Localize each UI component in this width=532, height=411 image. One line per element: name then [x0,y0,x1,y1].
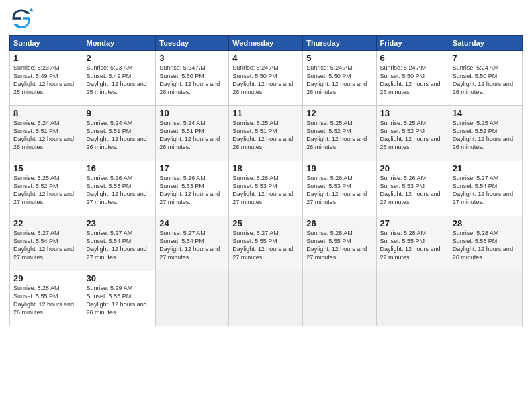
day-number: 6 [380,53,445,63]
header-sunday: Sunday [10,36,83,51]
day-info: Sunrise: 5:28 AM Sunset: 5:55 PM Dayligh… [13,284,79,317]
day-number: 1 [13,53,79,63]
day-info: Sunrise: 5:27 AM Sunset: 5:54 PM Dayligh… [87,229,152,262]
sunrise-text: Sunrise: 5:25 AM [380,120,427,126]
sunset-text: Sunset: 5:55 PM [232,238,277,244]
day-number: 16 [87,163,152,173]
day-info: Sunrise: 5:23 AM Sunset: 5:49 PM Dayligh… [13,64,79,97]
day-number: 13 [380,108,445,118]
daylight-text: Daylight: 12 hours and 27 minutes. [159,246,220,261]
day-cell: 5 Sunrise: 5:24 AM Sunset: 5:50 PM Dayli… [303,51,376,106]
day-cell: 7 Sunrise: 5:24 AM Sunset: 5:50 PM Dayli… [449,51,522,106]
header [9,7,523,31]
day-cell [156,271,229,326]
day-cell: 14 Sunrise: 5:25 AM Sunset: 5:52 PM Dayl… [449,106,522,161]
day-number: 22 [13,218,79,228]
header-tuesday: Tuesday [156,36,229,51]
daylight-text: Daylight: 12 hours and 26 minutes. [453,246,513,261]
svg-marker-0 [29,8,34,11]
daylight-text: Daylight: 12 hours and 27 minutes. [13,191,74,205]
sunrise-text: Sunrise: 5:24 AM [159,64,206,71]
daylight-text: Daylight: 12 hours and 26 minutes. [13,301,74,316]
day-number: 26 [306,218,372,228]
sunrise-text: Sunrise: 5:25 AM [13,175,60,181]
day-info: Sunrise: 5:24 AM Sunset: 5:50 PM Dayligh… [232,64,299,97]
day-info: Sunrise: 5:27 AM Sunset: 5:54 PM Dayligh… [13,229,79,262]
sunrise-text: Sunrise: 5:27 AM [232,230,279,236]
sunrise-text: Sunrise: 5:28 AM [380,230,427,236]
day-cell: 11 Sunrise: 5:25 AM Sunset: 5:51 PM Dayl… [229,106,303,161]
calendar-container: Sunday Monday Tuesday Wednesday Thursday… [0,0,532,333]
daylight-text: Daylight: 12 hours and 27 minutes. [380,246,441,261]
daylight-text: Daylight: 12 hours and 26 minutes. [380,81,441,95]
sunset-text: Sunset: 5:49 PM [13,73,58,79]
daylight-text: Daylight: 12 hours and 26 minutes. [453,136,513,150]
sunset-text: Sunset: 5:52 PM [453,128,498,134]
sunrise-text: Sunrise: 5:23 AM [13,64,60,71]
day-cell: 28 Sunrise: 5:28 AM Sunset: 5:55 PM Dayl… [449,216,522,271]
daylight-text: Daylight: 12 hours and 27 minutes. [306,191,367,205]
day-number: 2 [87,53,152,63]
sunrise-text: Sunrise: 5:25 AM [232,120,279,126]
day-cell: 13 Sunrise: 5:25 AM Sunset: 5:52 PM Dayl… [376,106,449,161]
day-number: 23 [87,218,152,228]
daylight-text: Daylight: 12 hours and 26 minutes. [306,136,367,150]
day-info: Sunrise: 5:27 AM Sunset: 5:54 PM Dayligh… [159,229,225,262]
day-info: Sunrise: 5:24 AM Sunset: 5:50 PM Dayligh… [453,64,519,97]
day-info: Sunrise: 5:29 AM Sunset: 5:55 PM Dayligh… [87,284,152,317]
day-number: 14 [453,108,519,118]
week-row-1: 1 Sunrise: 5:23 AM Sunset: 5:49 PM Dayli… [10,51,523,106]
day-cell [303,271,376,326]
day-number: 21 [453,163,519,173]
day-number: 17 [159,163,225,173]
sunset-text: Sunset: 5:49 PM [87,73,132,79]
day-cell: 4 Sunrise: 5:24 AM Sunset: 5:50 PM Dayli… [229,51,303,106]
week-row-4: 22 Sunrise: 5:27 AM Sunset: 5:54 PM Dayl… [10,216,523,271]
day-cell: 17 Sunrise: 5:26 AM Sunset: 5:53 PM Dayl… [156,161,229,216]
day-cell: 9 Sunrise: 5:24 AM Sunset: 5:51 PM Dayli… [83,106,156,161]
day-cell: 23 Sunrise: 5:27 AM Sunset: 5:54 PM Dayl… [83,216,156,271]
sunset-text: Sunset: 5:54 PM [13,238,58,244]
day-number: 3 [159,53,225,63]
sunrise-text: Sunrise: 5:28 AM [453,230,499,236]
day-info: Sunrise: 5:27 AM Sunset: 5:55 PM Dayligh… [232,229,299,262]
sunrise-text: Sunrise: 5:27 AM [453,175,499,181]
day-cell: 8 Sunrise: 5:24 AM Sunset: 5:51 PM Dayli… [10,106,83,161]
daylight-text: Daylight: 12 hours and 26 minutes. [159,136,220,150]
daylight-text: Daylight: 12 hours and 26 minutes. [232,81,293,95]
sunrise-text: Sunrise: 5:25 AM [453,120,499,126]
header-saturday: Saturday [449,36,522,51]
header-monday: Monday [83,36,156,51]
calendar-table: Sunday Monday Tuesday Wednesday Thursday… [9,35,523,326]
day-info: Sunrise: 5:26 AM Sunset: 5:53 PM Dayligh… [306,174,372,207]
day-number: 8 [13,108,79,118]
day-info: Sunrise: 5:23 AM Sunset: 5:49 PM Dayligh… [87,64,152,97]
day-cell: 6 Sunrise: 5:24 AM Sunset: 5:50 PM Dayli… [376,51,449,106]
sunrise-text: Sunrise: 5:26 AM [306,175,353,181]
sunrise-text: Sunrise: 5:24 AM [380,64,427,71]
day-cell: 30 Sunrise: 5:29 AM Sunset: 5:55 PM Dayl… [83,271,156,326]
week-row-2: 8 Sunrise: 5:24 AM Sunset: 5:51 PM Dayli… [10,106,523,161]
day-cell: 3 Sunrise: 5:24 AM Sunset: 5:50 PM Dayli… [156,51,229,106]
daylight-text: Daylight: 12 hours and 26 minutes. [380,136,441,150]
day-info: Sunrise: 5:24 AM Sunset: 5:50 PM Dayligh… [380,64,445,97]
day-number: 30 [87,273,152,283]
daylight-text: Daylight: 12 hours and 26 minutes. [87,301,147,316]
day-cell: 29 Sunrise: 5:28 AM Sunset: 5:55 PM Dayl… [10,271,83,326]
sunrise-text: Sunrise: 5:28 AM [13,285,60,291]
day-number: 15 [13,163,79,173]
sunrise-text: Sunrise: 5:26 AM [87,175,133,181]
day-cell: 16 Sunrise: 5:26 AM Sunset: 5:53 PM Dayl… [83,161,156,216]
sunset-text: Sunset: 5:54 PM [87,238,132,244]
sunset-text: Sunset: 5:51 PM [159,128,204,134]
sunset-text: Sunset: 5:51 PM [13,128,58,134]
sunrise-text: Sunrise: 5:27 AM [159,230,206,236]
daylight-text: Daylight: 12 hours and 26 minutes. [13,136,74,150]
day-cell: 10 Sunrise: 5:24 AM Sunset: 5:51 PM Dayl… [156,106,229,161]
sunset-text: Sunset: 5:52 PM [13,183,58,189]
sunset-text: Sunset: 5:55 PM [13,293,58,300]
daylight-text: Daylight: 12 hours and 27 minutes. [87,191,147,205]
day-info: Sunrise: 5:26 AM Sunset: 5:53 PM Dayligh… [87,174,152,207]
sunset-text: Sunset: 5:55 PM [380,238,425,244]
day-info: Sunrise: 5:24 AM Sunset: 5:51 PM Dayligh… [13,119,79,152]
